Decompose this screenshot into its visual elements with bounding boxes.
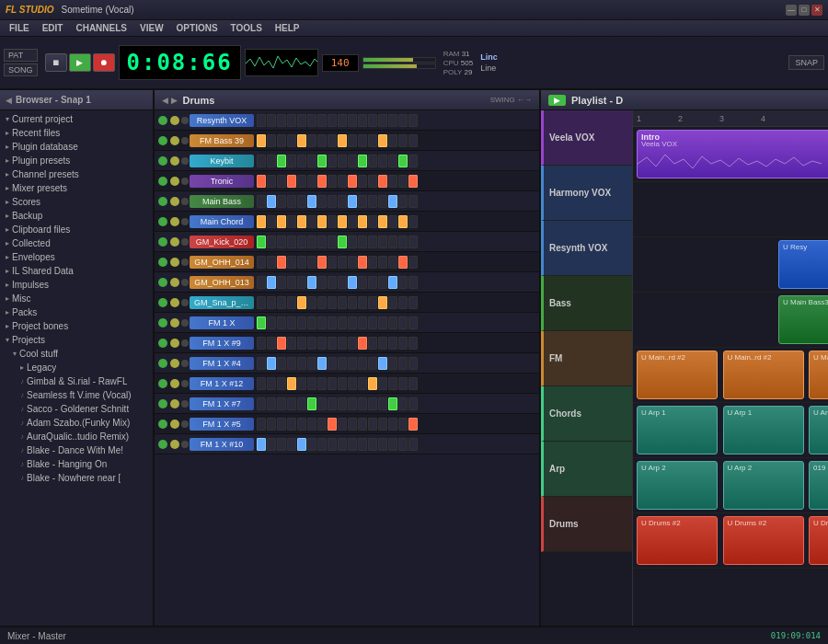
pad-8[interactable] xyxy=(338,357,347,370)
pad-5[interactable] xyxy=(307,397,316,410)
pad-1[interactable] xyxy=(267,296,276,309)
pad-5[interactable] xyxy=(307,134,316,147)
pad-1[interactable] xyxy=(267,175,276,188)
pad-12[interactable] xyxy=(378,276,387,289)
channel-active-led[interactable] xyxy=(158,298,167,307)
pad-3[interactable] xyxy=(287,195,296,208)
pad-4[interactable] xyxy=(297,296,306,309)
channel-pads[interactable] xyxy=(257,418,537,431)
pad-0[interactable] xyxy=(257,195,266,208)
pad-3[interactable] xyxy=(287,276,296,289)
pad-10[interactable] xyxy=(358,276,367,289)
pad-15[interactable] xyxy=(408,236,418,248)
pad-15[interactable] xyxy=(408,377,418,390)
pad-5[interactable] xyxy=(307,438,316,451)
channel-pads[interactable] xyxy=(257,114,537,127)
browser-item-mixer-presets[interactable]: ▸Mixer presets xyxy=(0,181,153,195)
pad-1[interactable] xyxy=(267,276,276,289)
channel-solo-led[interactable] xyxy=(181,420,189,428)
channel-solo-led[interactable] xyxy=(181,178,189,185)
channel-mute-led[interactable] xyxy=(170,258,179,267)
pad-0[interactable] xyxy=(257,276,266,289)
pad-8[interactable] xyxy=(338,276,347,289)
clip-0[interactable]: U Main Bass3 xyxy=(778,295,828,344)
channel-row[interactable]: FM 1 X #12 xyxy=(155,374,539,394)
channel-pads[interactable] xyxy=(257,155,537,167)
pad-0[interactable] xyxy=(257,236,266,248)
pad-4[interactable] xyxy=(297,438,306,451)
pad-5[interactable] xyxy=(307,155,316,167)
pad-6[interactable] xyxy=(317,134,327,147)
pad-2[interactable] xyxy=(277,296,286,309)
pad-12[interactable] xyxy=(378,438,387,451)
channel-row[interactable]: Tronic xyxy=(155,171,539,191)
pad-12[interactable] xyxy=(378,316,387,329)
channel-row[interactable]: GM_Kick_020 xyxy=(155,232,539,252)
pad-13[interactable] xyxy=(388,316,397,329)
pad-9[interactable] xyxy=(348,296,357,309)
channel-active-led[interactable] xyxy=(158,116,167,125)
pad-4[interactable] xyxy=(297,155,306,167)
pad-1[interactable] xyxy=(267,377,276,390)
pad-3[interactable] xyxy=(287,296,296,309)
pad-7[interactable] xyxy=(328,337,337,350)
pad-9[interactable] xyxy=(348,418,357,431)
track-label-resynth-vox[interactable]: Resynth VOX xyxy=(541,221,632,276)
pad-2[interactable] xyxy=(277,418,286,431)
pad-13[interactable] xyxy=(388,134,397,147)
clip-0[interactable]: U Arp 2 xyxy=(637,461,718,510)
browser-item-plugin-database[interactable]: ▸Plugin database xyxy=(0,140,153,154)
pad-14[interactable] xyxy=(398,155,408,167)
browser-item-blake-nowhere[interactable]: ♪Blake - Nowhere near [ xyxy=(0,471,153,485)
pad-10[interactable] xyxy=(358,114,367,127)
pad-7[interactable] xyxy=(328,276,337,289)
channel-name-button[interactable]: GM_OHH_014 xyxy=(190,256,254,269)
pad-12[interactable] xyxy=(378,296,387,309)
pad-9[interactable] xyxy=(348,195,357,208)
clips-area[interactable]: IntroVeela VOXU ResyU Main Bass3U Main..… xyxy=(633,127,828,569)
channel-solo-led[interactable] xyxy=(181,380,189,387)
pad-1[interactable] xyxy=(267,397,276,410)
pad-15[interactable] xyxy=(408,397,418,410)
pad-7[interactable] xyxy=(328,438,337,451)
channel-mute-led[interactable] xyxy=(170,420,179,429)
pad-2[interactable] xyxy=(277,236,286,248)
pad-1[interactable] xyxy=(267,195,276,208)
pad-4[interactable] xyxy=(297,316,306,329)
pad-11[interactable] xyxy=(368,337,377,350)
pad-0[interactable] xyxy=(257,418,266,431)
menu-channels[interactable]: CHANNELS xyxy=(70,22,132,34)
pad-1[interactable] xyxy=(267,236,276,248)
pad-6[interactable] xyxy=(317,418,327,431)
channel-pads[interactable] xyxy=(257,337,537,350)
pad-2[interactable] xyxy=(277,377,286,390)
pad-2[interactable] xyxy=(277,337,286,350)
pad-8[interactable] xyxy=(338,195,347,208)
stop-button[interactable]: ⏹ xyxy=(45,53,67,72)
pad-4[interactable] xyxy=(297,276,306,289)
channel-row[interactable]: Resynth VOX xyxy=(155,110,539,131)
pad-10[interactable] xyxy=(358,418,367,431)
pad-8[interactable] xyxy=(338,256,347,269)
pad-2[interactable] xyxy=(277,114,286,127)
pad-0[interactable] xyxy=(257,397,266,410)
browser-item-adam-szabo[interactable]: ♪Adam Szabo.(Funky Mix) xyxy=(0,416,153,430)
channel-name-button[interactable]: FM 1 X #4 xyxy=(190,357,254,370)
pad-10[interactable] xyxy=(358,236,367,248)
pad-1[interactable] xyxy=(267,337,276,350)
pad-10[interactable] xyxy=(358,175,367,188)
pad-9[interactable] xyxy=(348,276,357,289)
pad-0[interactable] xyxy=(257,215,266,228)
channel-mute-led[interactable] xyxy=(170,197,179,206)
browser-item-packs[interactable]: ▸Packs xyxy=(0,305,153,319)
channel-name-button[interactable]: FM 1 X #9 xyxy=(190,337,254,350)
minimize-button[interactable]: — xyxy=(786,5,797,16)
pad-2[interactable] xyxy=(277,256,286,269)
pad-8[interactable] xyxy=(338,155,347,167)
play-button[interactable]: ▶ xyxy=(69,53,91,72)
pad-14[interactable] xyxy=(398,215,408,228)
pad-6[interactable] xyxy=(317,316,327,329)
browser-item-auraqual[interactable]: ♪AuraQualic..tudio Remix) xyxy=(0,430,153,443)
channel-mute-led[interactable] xyxy=(170,177,179,186)
channel-mute-led[interactable] xyxy=(170,116,179,125)
